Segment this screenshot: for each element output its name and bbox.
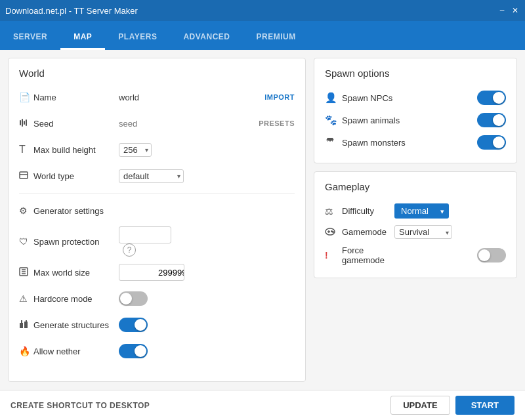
force-gamemode-row: ! Force gamemode xyxy=(325,242,506,268)
force-gamemode-toggle[interactable] xyxy=(477,248,506,262)
svg-point-18 xyxy=(333,232,334,233)
gamemode-select[interactable]: Survival Creative Adventure Spectator xyxy=(394,225,452,239)
generator-settings-row: ⚙ Generator settings xyxy=(19,200,295,221)
world-type-select[interactable]: defaultflatlargebiomesamplified xyxy=(119,169,184,183)
hardcore-mode-toggle[interactable] xyxy=(119,291,148,306)
name-row: 📄 Name IMPORT xyxy=(19,87,295,108)
world-panel: World 📄 Name IMPORT Seed PRESETS T Max b… xyxy=(8,58,306,382)
resize-icon xyxy=(19,267,33,278)
tab-premium[interactable]: PREMIUM xyxy=(243,26,309,50)
gamepad-icon xyxy=(325,226,342,238)
gamemode-row: Gamemode Survival Creative Adventure Spe… xyxy=(325,222,506,242)
scale-icon: ⚖ xyxy=(325,206,342,217)
svg-rect-2 xyxy=(24,121,25,125)
spawn-protection-help[interactable]: ? xyxy=(123,243,136,257)
difficulty-select-wrap: Peaceful Easy Normal Hard xyxy=(394,203,449,219)
max-build-height-row: T Max build height 25612864 xyxy=(19,139,295,160)
height-select[interactable]: 25612864 xyxy=(119,143,152,157)
height-label: Max build height xyxy=(33,145,119,155)
nether-icon: 🔥 xyxy=(19,346,33,356)
gear-icon: ⚙ xyxy=(19,205,33,216)
structure-icon xyxy=(19,320,33,331)
name-label: Name xyxy=(33,93,119,102)
seed-label: Seed xyxy=(33,119,119,129)
spawn-options-title: Spawn options xyxy=(325,68,506,79)
world-type-value: defaultflatlargebiomesamplified xyxy=(119,169,295,183)
allow-nether-toggle[interactable] xyxy=(119,344,148,358)
hardcore-mode-label: Hardcore mode xyxy=(33,294,119,304)
shield-icon: 🛡 xyxy=(19,236,33,247)
max-world-size-input[interactable] xyxy=(119,266,184,279)
spawn-npcs-row: 👤 Spawn NPCs xyxy=(325,87,506,109)
max-world-size-row: Max world size ▲ ▼ xyxy=(19,262,295,283)
name-value xyxy=(119,93,264,102)
spawn-npcs-label: Spawn NPCs xyxy=(342,93,477,103)
world-type-row: World type defaultflatlargebiomesamplifi… xyxy=(19,165,295,186)
spawn-animals-label: Spawn animals xyxy=(342,116,477,125)
create-shortcut-button[interactable]: CREATE SHORTCUT TO DESKTOP xyxy=(10,401,150,410)
svg-rect-10 xyxy=(20,323,23,328)
world-icon xyxy=(19,171,33,182)
spawn-protection-row: 🛡 Spawn protection ▲ ▼ ? xyxy=(19,226,295,257)
generator-settings-label: Generator settings xyxy=(33,206,104,216)
difficulty-select[interactable]: Peaceful Easy Normal Hard xyxy=(394,203,449,219)
spawn-npcs-toggle[interactable] xyxy=(477,91,506,105)
generate-structures-row: Generate structures xyxy=(19,314,295,335)
spawn-options-panel: Spawn options 👤 Spawn NPCs 🐾 Spawn anima… xyxy=(314,58,517,163)
right-panels: Spawn options 👤 Spawn NPCs 🐾 Spawn anima… xyxy=(314,58,517,382)
max-world-size-label: Max world size xyxy=(33,268,119,278)
footer-actions: UPDATE START xyxy=(390,396,514,415)
seed-input[interactable] xyxy=(119,119,211,129)
svg-rect-12 xyxy=(21,320,22,323)
spawn-protection-input[interactable] xyxy=(119,229,171,242)
tab-players[interactable]: PLAYERS xyxy=(105,26,170,50)
svg-rect-11 xyxy=(24,322,28,328)
paw-icon: 🐾 xyxy=(325,114,342,126)
person-icon: 👤 xyxy=(325,92,342,104)
presets-button[interactable]: PRESETS xyxy=(259,119,295,127)
update-button[interactable]: UPDATE xyxy=(390,396,450,415)
generate-structures-value xyxy=(119,318,295,332)
close-button[interactable]: ✕ xyxy=(511,6,520,15)
svg-rect-13 xyxy=(26,320,27,322)
seed-row: Seed PRESETS xyxy=(19,113,295,134)
allow-nether-value xyxy=(119,344,295,358)
svg-rect-0 xyxy=(20,120,21,125)
spawn-monsters-label: Spawn monsters xyxy=(342,138,477,148)
generate-structures-label: Generate structures xyxy=(33,320,119,330)
spawn-protection-label: Spawn protection xyxy=(33,237,119,247)
warning-icon: ⚠ xyxy=(19,293,33,304)
max-world-size-value: ▲ ▼ xyxy=(119,264,295,281)
start-button[interactable]: START xyxy=(455,396,514,415)
minimize-button[interactable]: – xyxy=(497,6,507,15)
spawn-monsters-toggle[interactable] xyxy=(477,135,506,150)
import-button[interactable]: IMPORT xyxy=(264,93,295,101)
world-type-label: World type xyxy=(33,171,119,181)
seed-value xyxy=(119,119,259,129)
allow-nether-row: 🔥 Allow nether xyxy=(19,341,295,362)
svg-rect-1 xyxy=(22,119,23,127)
app-title: Download.net.pl - TT Server Maker xyxy=(5,6,138,16)
seed-icon xyxy=(19,118,33,129)
spawn-animals-toggle[interactable] xyxy=(477,113,506,127)
spawn-protection-value: ▲ ▼ ? xyxy=(119,226,295,257)
svg-rect-3 xyxy=(26,119,27,126)
spawn-monsters-row: Spawn monsters xyxy=(325,131,506,154)
title-bar: Download.net.pl - TT Server Maker – ✕ xyxy=(0,0,525,21)
gameplay-panel: Gameplay ⚖ Difficulty Peaceful Easy Norm… xyxy=(314,171,517,278)
height-value: 25612864 xyxy=(119,143,295,157)
height-icon: T xyxy=(19,144,33,156)
allow-nether-label: Allow nether xyxy=(33,346,119,356)
tab-server[interactable]: SERVER xyxy=(0,26,60,50)
gameplay-title: Gameplay xyxy=(325,181,506,192)
gamemode-label: Gamemode xyxy=(342,227,394,237)
monster-icon xyxy=(325,136,342,149)
nav-bar: SERVER MAP PLAYERS ADVANCED PREMIUM xyxy=(0,21,525,50)
hardcore-mode-value xyxy=(119,291,295,306)
tab-map[interactable]: MAP xyxy=(60,26,105,50)
footer: CREATE SHORTCUT TO DESKTOP UPDATE START xyxy=(0,390,525,420)
spawn-animals-row: 🐾 Spawn animals xyxy=(325,109,506,131)
name-input[interactable] xyxy=(119,93,211,102)
generate-structures-toggle[interactable] xyxy=(119,318,148,332)
tab-advanced[interactable]: ADVANCED xyxy=(170,26,243,50)
